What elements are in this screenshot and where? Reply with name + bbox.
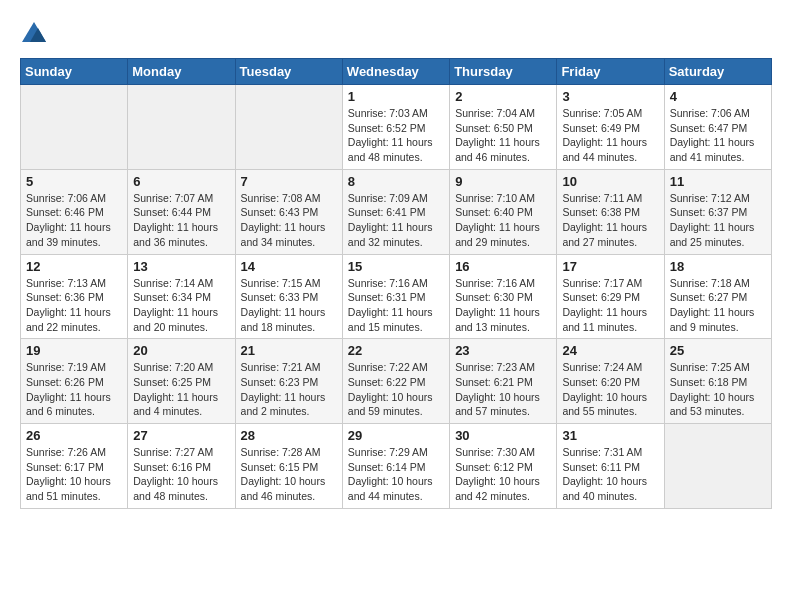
day-info: Sunrise: 7:14 AM Sunset: 6:34 PM Dayligh… xyxy=(133,276,229,335)
calendar-cell: 21Sunrise: 7:21 AM Sunset: 6:23 PM Dayli… xyxy=(235,339,342,424)
calendar-cell: 10Sunrise: 7:11 AM Sunset: 6:38 PM Dayli… xyxy=(557,169,664,254)
calendar-cell: 20Sunrise: 7:20 AM Sunset: 6:25 PM Dayli… xyxy=(128,339,235,424)
day-number: 18 xyxy=(670,259,766,274)
calendar-header-wednesday: Wednesday xyxy=(342,59,449,85)
day-number: 9 xyxy=(455,174,551,189)
day-info: Sunrise: 7:05 AM Sunset: 6:49 PM Dayligh… xyxy=(562,106,658,165)
calendar-cell: 6Sunrise: 7:07 AM Sunset: 6:44 PM Daylig… xyxy=(128,169,235,254)
day-number: 27 xyxy=(133,428,229,443)
calendar-week-row: 1Sunrise: 7:03 AM Sunset: 6:52 PM Daylig… xyxy=(21,85,772,170)
day-info: Sunrise: 7:16 AM Sunset: 6:30 PM Dayligh… xyxy=(455,276,551,335)
calendar-cell: 15Sunrise: 7:16 AM Sunset: 6:31 PM Dayli… xyxy=(342,254,449,339)
page: SundayMondayTuesdayWednesdayThursdayFrid… xyxy=(0,0,792,519)
calendar-week-row: 5Sunrise: 7:06 AM Sunset: 6:46 PM Daylig… xyxy=(21,169,772,254)
day-info: Sunrise: 7:19 AM Sunset: 6:26 PM Dayligh… xyxy=(26,360,122,419)
calendar-week-row: 12Sunrise: 7:13 AM Sunset: 6:36 PM Dayli… xyxy=(21,254,772,339)
day-info: Sunrise: 7:15 AM Sunset: 6:33 PM Dayligh… xyxy=(241,276,337,335)
day-number: 1 xyxy=(348,89,444,104)
day-number: 10 xyxy=(562,174,658,189)
day-number: 15 xyxy=(348,259,444,274)
day-info: Sunrise: 7:08 AM Sunset: 6:43 PM Dayligh… xyxy=(241,191,337,250)
header xyxy=(20,20,772,48)
calendar-cell: 5Sunrise: 7:06 AM Sunset: 6:46 PM Daylig… xyxy=(21,169,128,254)
calendar-header-row: SundayMondayTuesdayWednesdayThursdayFrid… xyxy=(21,59,772,85)
day-info: Sunrise: 7:28 AM Sunset: 6:15 PM Dayligh… xyxy=(241,445,337,504)
calendar-cell: 7Sunrise: 7:08 AM Sunset: 6:43 PM Daylig… xyxy=(235,169,342,254)
day-number: 2 xyxy=(455,89,551,104)
calendar-cell: 29Sunrise: 7:29 AM Sunset: 6:14 PM Dayli… xyxy=(342,424,449,509)
calendar-cell: 28Sunrise: 7:28 AM Sunset: 6:15 PM Dayli… xyxy=(235,424,342,509)
day-number: 5 xyxy=(26,174,122,189)
calendar-cell: 13Sunrise: 7:14 AM Sunset: 6:34 PM Dayli… xyxy=(128,254,235,339)
day-number: 23 xyxy=(455,343,551,358)
calendar-cell: 30Sunrise: 7:30 AM Sunset: 6:12 PM Dayli… xyxy=(450,424,557,509)
day-info: Sunrise: 7:09 AM Sunset: 6:41 PM Dayligh… xyxy=(348,191,444,250)
calendar-cell: 9Sunrise: 7:10 AM Sunset: 6:40 PM Daylig… xyxy=(450,169,557,254)
calendar-cell: 2Sunrise: 7:04 AM Sunset: 6:50 PM Daylig… xyxy=(450,85,557,170)
day-info: Sunrise: 7:03 AM Sunset: 6:52 PM Dayligh… xyxy=(348,106,444,165)
calendar-cell: 17Sunrise: 7:17 AM Sunset: 6:29 PM Dayli… xyxy=(557,254,664,339)
calendar-cell xyxy=(128,85,235,170)
day-info: Sunrise: 7:27 AM Sunset: 6:16 PM Dayligh… xyxy=(133,445,229,504)
day-number: 19 xyxy=(26,343,122,358)
calendar-cell xyxy=(21,85,128,170)
calendar-cell: 1Sunrise: 7:03 AM Sunset: 6:52 PM Daylig… xyxy=(342,85,449,170)
calendar-cell: 18Sunrise: 7:18 AM Sunset: 6:27 PM Dayli… xyxy=(664,254,771,339)
day-info: Sunrise: 7:26 AM Sunset: 6:17 PM Dayligh… xyxy=(26,445,122,504)
calendar-week-row: 26Sunrise: 7:26 AM Sunset: 6:17 PM Dayli… xyxy=(21,424,772,509)
day-number: 12 xyxy=(26,259,122,274)
day-number: 13 xyxy=(133,259,229,274)
day-number: 4 xyxy=(670,89,766,104)
day-number: 11 xyxy=(670,174,766,189)
day-info: Sunrise: 7:23 AM Sunset: 6:21 PM Dayligh… xyxy=(455,360,551,419)
day-info: Sunrise: 7:31 AM Sunset: 6:11 PM Dayligh… xyxy=(562,445,658,504)
day-info: Sunrise: 7:06 AM Sunset: 6:47 PM Dayligh… xyxy=(670,106,766,165)
day-number: 16 xyxy=(455,259,551,274)
calendar-header-sunday: Sunday xyxy=(21,59,128,85)
day-info: Sunrise: 7:04 AM Sunset: 6:50 PM Dayligh… xyxy=(455,106,551,165)
day-number: 28 xyxy=(241,428,337,443)
calendar-week-row: 19Sunrise: 7:19 AM Sunset: 6:26 PM Dayli… xyxy=(21,339,772,424)
calendar-header-monday: Monday xyxy=(128,59,235,85)
calendar-cell: 25Sunrise: 7:25 AM Sunset: 6:18 PM Dayli… xyxy=(664,339,771,424)
day-info: Sunrise: 7:07 AM Sunset: 6:44 PM Dayligh… xyxy=(133,191,229,250)
calendar-header-friday: Friday xyxy=(557,59,664,85)
day-info: Sunrise: 7:13 AM Sunset: 6:36 PM Dayligh… xyxy=(26,276,122,335)
day-info: Sunrise: 7:21 AM Sunset: 6:23 PM Dayligh… xyxy=(241,360,337,419)
calendar-cell: 22Sunrise: 7:22 AM Sunset: 6:22 PM Dayli… xyxy=(342,339,449,424)
calendar-header-saturday: Saturday xyxy=(664,59,771,85)
calendar-cell: 23Sunrise: 7:23 AM Sunset: 6:21 PM Dayli… xyxy=(450,339,557,424)
day-info: Sunrise: 7:20 AM Sunset: 6:25 PM Dayligh… xyxy=(133,360,229,419)
calendar: SundayMondayTuesdayWednesdayThursdayFrid… xyxy=(20,58,772,509)
day-number: 21 xyxy=(241,343,337,358)
calendar-cell: 14Sunrise: 7:15 AM Sunset: 6:33 PM Dayli… xyxy=(235,254,342,339)
day-info: Sunrise: 7:22 AM Sunset: 6:22 PM Dayligh… xyxy=(348,360,444,419)
calendar-cell: 4Sunrise: 7:06 AM Sunset: 6:47 PM Daylig… xyxy=(664,85,771,170)
day-number: 24 xyxy=(562,343,658,358)
day-info: Sunrise: 7:18 AM Sunset: 6:27 PM Dayligh… xyxy=(670,276,766,335)
day-info: Sunrise: 7:25 AM Sunset: 6:18 PM Dayligh… xyxy=(670,360,766,419)
calendar-cell: 19Sunrise: 7:19 AM Sunset: 6:26 PM Dayli… xyxy=(21,339,128,424)
day-info: Sunrise: 7:24 AM Sunset: 6:20 PM Dayligh… xyxy=(562,360,658,419)
calendar-cell: 31Sunrise: 7:31 AM Sunset: 6:11 PM Dayli… xyxy=(557,424,664,509)
day-number: 22 xyxy=(348,343,444,358)
day-number: 31 xyxy=(562,428,658,443)
calendar-cell: 3Sunrise: 7:05 AM Sunset: 6:49 PM Daylig… xyxy=(557,85,664,170)
day-info: Sunrise: 7:12 AM Sunset: 6:37 PM Dayligh… xyxy=(670,191,766,250)
day-info: Sunrise: 7:29 AM Sunset: 6:14 PM Dayligh… xyxy=(348,445,444,504)
day-info: Sunrise: 7:11 AM Sunset: 6:38 PM Dayligh… xyxy=(562,191,658,250)
calendar-cell xyxy=(235,85,342,170)
day-number: 8 xyxy=(348,174,444,189)
day-info: Sunrise: 7:10 AM Sunset: 6:40 PM Dayligh… xyxy=(455,191,551,250)
calendar-cell: 12Sunrise: 7:13 AM Sunset: 6:36 PM Dayli… xyxy=(21,254,128,339)
day-number: 14 xyxy=(241,259,337,274)
day-number: 7 xyxy=(241,174,337,189)
calendar-header-thursday: Thursday xyxy=(450,59,557,85)
day-number: 17 xyxy=(562,259,658,274)
calendar-cell: 24Sunrise: 7:24 AM Sunset: 6:20 PM Dayli… xyxy=(557,339,664,424)
logo-icon xyxy=(20,20,48,48)
day-info: Sunrise: 7:30 AM Sunset: 6:12 PM Dayligh… xyxy=(455,445,551,504)
calendar-header-tuesday: Tuesday xyxy=(235,59,342,85)
day-number: 20 xyxy=(133,343,229,358)
day-number: 6 xyxy=(133,174,229,189)
